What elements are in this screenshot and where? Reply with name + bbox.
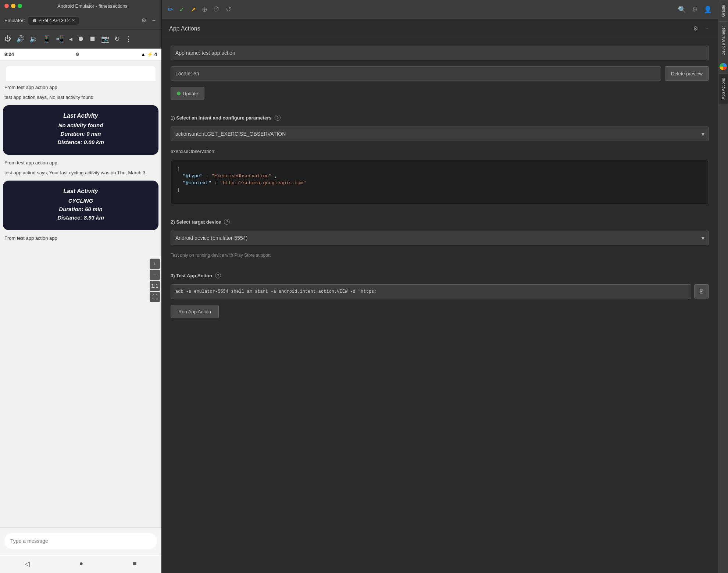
card1-line3: Distance: 0.00 km xyxy=(10,139,151,145)
back-nav-icon[interactable]: ◂ xyxy=(69,35,72,43)
chat-msg-1: test app action says, No last activity f… xyxy=(3,94,158,101)
record-icon[interactable]: ⏺ xyxy=(78,35,84,43)
recent-btn[interactable]: ■ xyxy=(133,560,137,567)
phone-content[interactable]: From test app action app test app action… xyxy=(0,60,161,527)
clock-icon[interactable]: ⏱ xyxy=(213,6,220,13)
undo-icon[interactable]: ↺ xyxy=(226,6,231,14)
user-icon[interactable]: 👤 xyxy=(704,6,712,14)
sidebar-tab-gradle[interactable]: Gradle xyxy=(719,0,728,21)
command-field[interactable] xyxy=(171,284,691,299)
section2-text: 2) Select target device xyxy=(171,219,221,225)
intent-dropdown-wrapper: actions.intent.GET_EXERCISE_OBSERVATION … xyxy=(171,127,709,141)
search-icon[interactable]: 🔍 xyxy=(678,6,686,14)
code-key-2: "@context" xyxy=(183,180,211,186)
stop-icon[interactable]: ⏹ xyxy=(89,35,96,43)
google-g-icon xyxy=(720,63,727,70)
chat-message-area: From test app action app test app action… xyxy=(0,60,161,245)
header-icons: ⚙ − xyxy=(692,24,710,33)
more-icon[interactable]: ⋮ xyxy=(125,35,132,43)
phone-input-area xyxy=(0,527,161,554)
chat-from-1: From test app action app xyxy=(3,84,158,91)
intent-dropdown[interactable]: actions.intent.GET_EXERCISE_OBSERVATION … xyxy=(171,127,709,141)
zoom-expand-btn[interactable]: ⛶ xyxy=(150,292,160,302)
right-panel: ✏ ✓ ↗ ⊕ ⏱ ↺ 🔍 ⚙ 👤 App Actions ⚙ − xyxy=(162,0,728,573)
copy-button[interactable]: ⎘ xyxy=(694,284,709,299)
message-input[interactable] xyxy=(4,533,157,549)
sidebar-tab-device-manager[interactable]: Device Manager xyxy=(719,21,728,60)
emulator-panel: Android Emulator - fitnessactions Emulat… xyxy=(0,0,162,573)
code-value-2: "http://schema.googleapis.com" xyxy=(220,180,306,186)
header-minimize-icon[interactable]: − xyxy=(704,24,710,33)
battery-icon: 4 xyxy=(154,51,157,57)
edit-icon[interactable]: ✏ xyxy=(168,6,173,14)
code-editor[interactable]: { "@type" : "ExerciseObservation" , "@co… xyxy=(171,160,709,204)
emulator-settings-icon[interactable]: ⚙ xyxy=(140,15,148,25)
section1-help-icon[interactable]: ? xyxy=(275,115,281,121)
emulator-minimize-icon[interactable]: − xyxy=(151,16,157,25)
refresh-icon[interactable]: ↻ xyxy=(114,35,120,43)
volume-up-icon[interactable]: 🔊 xyxy=(16,35,24,43)
section1-text: 1) Select an intent and configure parame… xyxy=(171,115,272,121)
exercise-label: exerciseObservation: xyxy=(171,149,709,154)
chat-from-2: From test app action app xyxy=(3,159,158,166)
zoom-ratio-btn[interactable]: 1:1 xyxy=(150,281,160,291)
phone-nav: ◁ ● ■ xyxy=(0,554,161,573)
traffic-lights xyxy=(4,4,22,8)
section3-help-icon[interactable]: ? xyxy=(215,273,221,278)
rotate-icon[interactable]: 📱 xyxy=(43,35,51,43)
emulator-title: Android Emulator - fitnessactions xyxy=(28,3,157,9)
power-icon[interactable]: ⏻ xyxy=(4,35,11,43)
device-tab-close[interactable]: ✕ xyxy=(72,18,75,23)
signal-icon: ⚡ xyxy=(147,51,153,57)
shake-icon[interactable]: 📲 xyxy=(56,35,64,43)
zoom-plus-btn[interactable]: + xyxy=(150,259,160,269)
back-btn[interactable]: ◁ xyxy=(25,560,30,568)
minimize-button[interactable] xyxy=(11,4,15,8)
card1-line1: No activity found xyxy=(10,122,151,128)
update-button[interactable]: Update xyxy=(171,87,204,100)
locale-field[interactable] xyxy=(171,66,661,81)
section3-label: 3) Test App Action ? xyxy=(171,273,709,278)
header-settings-icon[interactable]: ⚙ xyxy=(692,24,700,33)
chat-header-bar xyxy=(6,66,156,81)
device-icon: 🖥 xyxy=(32,18,36,23)
settings-icon[interactable]: ⚙ xyxy=(692,6,698,14)
emulator-toolbar: Emulator: 🖥 Pixel 4 API 30 2 ✕ ⚙ − xyxy=(0,12,161,29)
intent-value: actions.intent.GET_EXERCISE_OBSERVATION xyxy=(175,131,286,137)
screenshot-icon[interactable]: 📷 xyxy=(101,35,109,43)
volume-down-icon[interactable]: 🔉 xyxy=(29,35,38,43)
update-label: Update xyxy=(183,91,198,96)
sidebar-tab-app-actions[interactable]: App Actions xyxy=(719,73,728,104)
chevron-down-icon: ▾ xyxy=(702,131,704,137)
update-dot-icon xyxy=(177,92,181,95)
code-key-1: "@type" xyxy=(183,173,203,179)
right-sidebar: Gradle Device Manager App Actions xyxy=(718,0,728,573)
section1-label: 1) Select an intent and configure parame… xyxy=(171,115,709,121)
card2-line3: Distance: 8.93 km xyxy=(10,214,151,221)
arrow-up-right-icon[interactable]: ↗ xyxy=(190,6,196,14)
card1-title: Last Activity xyxy=(10,113,151,119)
delete-preview-button[interactable]: Delete preview xyxy=(665,66,709,81)
home-btn[interactable]: ● xyxy=(79,560,83,567)
activity-card-2: Last Activity CYCLING Duration: 60 min D… xyxy=(3,181,158,230)
emulator-label: Emulator: xyxy=(4,18,25,23)
code-close-brace: } xyxy=(177,187,703,193)
zoom-controls: + − 1:1 ⛶ xyxy=(150,259,160,302)
run-app-action-button[interactable]: Run App Action xyxy=(171,305,219,318)
card2-line1: CYCLING xyxy=(10,197,151,204)
section2-help-icon[interactable]: ? xyxy=(224,219,230,225)
code-value-1: "ExerciseObservation" xyxy=(211,173,272,179)
device-dropdown-wrapper: Android device (emulator-5554) ▾ xyxy=(171,231,709,245)
wifi-icon: ▲ xyxy=(141,51,146,57)
locale-row: Delete preview xyxy=(171,66,709,81)
command-row: ⎘ xyxy=(171,284,709,299)
device-tab[interactable]: 🖥 Pixel 4 API 30 2 ✕ xyxy=(28,16,79,25)
app-name-field[interactable] xyxy=(171,46,709,60)
fullscreen-button[interactable] xyxy=(18,4,22,8)
card2-line2: Duration: 60 min xyxy=(10,206,151,212)
pin-icon[interactable]: ⊕ xyxy=(202,6,207,14)
zoom-minus-btn[interactable]: − xyxy=(150,270,160,280)
check-icon[interactable]: ✓ xyxy=(179,6,185,14)
device-dropdown[interactable]: Android device (emulator-5554) ▾ xyxy=(171,231,709,245)
close-button[interactable] xyxy=(4,4,9,8)
